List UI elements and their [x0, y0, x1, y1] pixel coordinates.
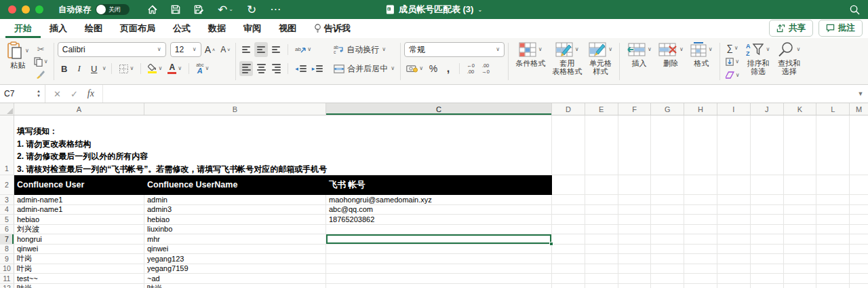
decrease-decimal-button[interactable]: .00→0	[479, 61, 492, 76]
row-header-11[interactable]: 11	[0, 274, 14, 284]
column-header-k[interactable]: K	[784, 103, 817, 115]
name-box[interactable]: C7 ▲▼	[0, 85, 45, 103]
accounting-format-button[interactable]: ∨	[404, 61, 425, 76]
cell-a2[interactable]: Confluence User	[14, 175, 144, 195]
cell-c12[interactable]	[326, 284, 552, 288]
column-header-m[interactable]: M	[850, 103, 868, 115]
comma-style-button[interactable]: ,	[441, 61, 455, 76]
close-window-button[interactable]	[8, 5, 16, 14]
tab-draw[interactable]: 绘图	[76, 19, 111, 38]
column-header-h[interactable]: H	[684, 103, 717, 115]
cell-a8[interactable]: qinwei	[14, 245, 144, 255]
column-header-c[interactable]: C	[326, 103, 552, 115]
align-middle-button[interactable]	[254, 42, 268, 57]
align-top-button[interactable]	[239, 42, 253, 57]
expand-formula-bar-icon[interactable]: ▼	[853, 90, 868, 97]
cell-a7[interactable]: hongrui	[14, 234, 144, 245]
align-right-button[interactable]	[269, 61, 283, 76]
cancel-icon[interactable]: ✕	[54, 89, 61, 99]
fill-dropdown-icon[interactable]: ∨	[735, 59, 739, 65]
fill-color-dropdown-icon[interactable]: ∨	[158, 66, 162, 71]
comments-button[interactable]: 批注	[818, 20, 863, 37]
fill-handle[interactable]	[549, 242, 553, 246]
format-cells-button[interactable]: ∨ 格式	[687, 40, 716, 83]
cell-c10[interactable]	[326, 264, 552, 274]
font-color-button[interactable]: A ∨	[165, 61, 184, 76]
font-color-dropdown-icon[interactable]: ∨	[178, 66, 182, 71]
zoom-window-button[interactable]	[35, 5, 43, 14]
row-header-7[interactable]: 7	[0, 234, 14, 245]
empty-cells[interactable]	[552, 195, 868, 205]
paste-button[interactable]: ∨ 粘贴	[5, 40, 31, 83]
tab-review[interactable]: 审阅	[235, 19, 270, 38]
row-header-10[interactable]: 10	[0, 264, 14, 274]
percent-style-button[interactable]: %	[427, 61, 440, 76]
empty-cells[interactable]	[552, 264, 868, 274]
more-commands-icon[interactable]: ⋯	[270, 4, 281, 15]
wrap-text-button[interactable]: abc 自动换行 ∨	[332, 42, 388, 57]
cell-b10[interactable]: yegang7159	[144, 264, 326, 274]
document-title[interactable]: x 成员帐号匹配表 (3) ⌄	[386, 3, 482, 16]
format-dropdown-icon[interactable]: ∨	[709, 47, 713, 52]
cell-b6[interactable]: liuxinbo	[144, 225, 326, 235]
name-box-stepper[interactable]: ▲▼	[37, 89, 41, 98]
fill-button[interactable]: ∨	[724, 55, 742, 68]
column-header-f[interactable]: F	[618, 103, 652, 115]
save-icon[interactable]	[171, 5, 180, 14]
enter-icon[interactable]: ✓	[71, 89, 78, 99]
merge-center-button[interactable]: 合并后居中 ∨	[332, 61, 397, 76]
column-header-l[interactable]: L	[816, 103, 850, 115]
row-header-3[interactable]: 3	[0, 195, 14, 205]
number-format-select[interactable]: 常规 ∨	[404, 42, 505, 57]
cell-b12[interactable]: 叶岗	[144, 284, 326, 288]
cell-c6[interactable]	[326, 225, 552, 235]
tab-view[interactable]: 视图	[270, 19, 305, 38]
empty-cells[interactable]	[552, 175, 868, 195]
cell-b3[interactable]: admin	[144, 195, 326, 205]
cell-styles-button[interactable]: ∨ 单元格样式	[585, 40, 616, 83]
align-bottom-button[interactable]	[269, 42, 283, 57]
phonetic-dropdown-icon[interactable]: ∨	[205, 66, 209, 71]
tab-formulas[interactable]: 公式	[164, 19, 199, 38]
empty-cells[interactable]	[552, 245, 868, 255]
cell-a12[interactable]: 叶岗	[14, 284, 144, 288]
cell-b7[interactable]: mhr	[144, 234, 326, 245]
cell-b9[interactable]: yegang123	[144, 254, 326, 264]
increase-font-size-button[interactable]: A˄	[203, 42, 217, 57]
format-as-table-dropdown-icon[interactable]: ∨	[575, 47, 579, 52]
accounting-dropdown-icon[interactable]: ∨	[419, 66, 423, 71]
cell-b5[interactable]: hebiao	[144, 215, 326, 225]
column-header-e[interactable]: E	[585, 103, 618, 115]
row-header-9[interactable]: 9	[0, 254, 14, 264]
formula-input[interactable]	[102, 85, 853, 103]
cell-b11[interactable]: ~ad	[144, 274, 326, 284]
cell-c2[interactable]: 飞书 帐号	[326, 175, 552, 195]
decrease-indent-button[interactable]: ◂	[293, 61, 309, 76]
redo-icon[interactable]: ↻	[247, 4, 256, 16]
underline-button[interactable]: U	[87, 61, 101, 76]
row-header-4[interactable]: 4	[0, 205, 14, 215]
empty-cells[interactable]	[552, 254, 868, 264]
column-header-g[interactable]: G	[651, 103, 684, 115]
italic-button[interactable]: I	[73, 61, 86, 76]
row-header-6[interactable]: 6	[0, 225, 14, 235]
increase-decimal-button[interactable]: ←0.00	[464, 61, 477, 76]
orientation-button[interactable]: ab ∨	[293, 42, 313, 57]
align-left-button[interactable]	[239, 61, 253, 76]
copy-dropdown-icon[interactable]: ∨	[44, 59, 48, 65]
column-header-b[interactable]: B	[144, 103, 326, 115]
cell-c9[interactable]	[326, 254, 552, 264]
cell-a3[interactable]: admin-name1	[14, 195, 144, 205]
font-size-select[interactable]: 12 ∨	[170, 42, 201, 57]
paste-dropdown-icon[interactable]: ∨	[25, 48, 29, 54]
insert-dropdown-icon[interactable]: ∨	[648, 47, 652, 52]
share-button[interactable]: 共享	[769, 20, 813, 37]
cell-a4[interactable]: admin-name1	[14, 205, 144, 215]
underline-dropdown-icon[interactable]: ∨	[102, 66, 106, 71]
column-header-i[interactable]: I	[717, 103, 751, 115]
cell-a11[interactable]: test~~	[14, 274, 144, 284]
save-as-icon[interactable]	[194, 5, 204, 14]
empty-cells[interactable]	[552, 215, 868, 225]
phonetic-guide-button[interactable]: abcA ∨	[194, 61, 211, 76]
tab-insert[interactable]: 插入	[41, 19, 76, 38]
